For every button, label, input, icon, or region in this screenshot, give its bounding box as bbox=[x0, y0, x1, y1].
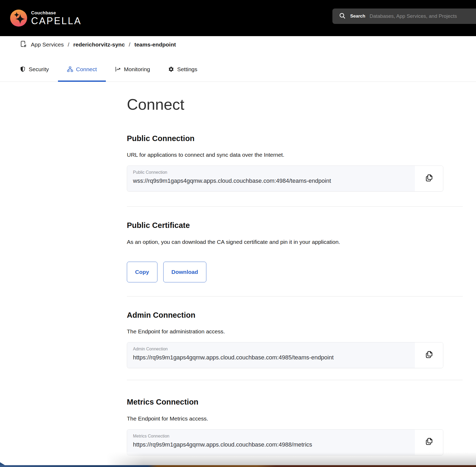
admin-connection-field[interactable]: Admin Connection https://rq9s9m1gaps4gqm… bbox=[127, 342, 415, 368]
public-certificate-description: As an option, you can download the CA si… bbox=[127, 239, 463, 245]
tab-label: Monitoring bbox=[124, 66, 150, 73]
gear-icon bbox=[168, 66, 174, 72]
brand-capella: CAPELLA bbox=[31, 16, 82, 26]
capella-sparkle-logo-icon bbox=[10, 10, 27, 27]
public-connection-url: wss://rq9s9m1gaps4gqmw.apps.cloud.couchb… bbox=[133, 177, 415, 184]
metrics-connection-description: The Endpoint for Metrics access. bbox=[127, 415, 463, 422]
sitemap-icon bbox=[67, 66, 73, 72]
brand-logo[interactable]: Couchbase CAPELLA bbox=[10, 10, 82, 27]
app-header: Couchbase CAPELLA Search Databases, App … bbox=[0, 0, 476, 36]
search-placeholder: Databases, App Services, and Projects bbox=[370, 13, 457, 19]
field-label: Public Connection bbox=[133, 170, 415, 175]
app-services-icon bbox=[19, 40, 27, 49]
background-window-corner bbox=[0, 462, 5, 465]
field-label: Metrics Connection bbox=[133, 434, 415, 439]
copy-metrics-connection-button[interactable] bbox=[415, 430, 443, 455]
copy-icon bbox=[425, 437, 433, 447]
breadcrumb-endpoint-name[interactable]: teams-endpoint bbox=[134, 41, 176, 48]
copy-icon bbox=[425, 350, 433, 360]
tab-security[interactable]: Security bbox=[11, 53, 58, 82]
download-certificate-button[interactable]: Download bbox=[163, 262, 206, 282]
metrics-connection-field[interactable]: Metrics Connection https://rq9s9m1gaps4g… bbox=[127, 430, 415, 455]
brand-text: Couchbase CAPELLA bbox=[31, 10, 82, 26]
admin-connection-field-card: Admin Connection https://rq9s9m1gaps4gqm… bbox=[127, 342, 443, 368]
connect-page: Connect Public Connection URL for applic… bbox=[0, 96, 476, 455]
breadcrumb: App Services / rederichorvitz-sync / tea… bbox=[0, 36, 476, 53]
field-label: Admin Connection bbox=[133, 347, 415, 351]
tab-label: Security bbox=[29, 66, 49, 73]
background-window-edge bbox=[0, 465, 476, 467]
page-title: Connect bbox=[127, 96, 463, 113]
breadcrumb-app-service-name[interactable]: rederichorvitz-sync bbox=[73, 41, 125, 48]
endpoint-tabs: Security Connect Monitoring bbox=[0, 53, 476, 82]
tab-monitoring[interactable]: Monitoring bbox=[106, 53, 159, 82]
metrics-connection-title: Metrics Connection bbox=[127, 398, 463, 406]
admin-connection-title: Admin Connection bbox=[127, 311, 463, 320]
tab-connect[interactable]: Connect bbox=[58, 53, 106, 82]
search-icon bbox=[339, 12, 346, 20]
global-search-input[interactable]: Search Databases, App Services, and Proj… bbox=[332, 9, 476, 24]
admin-connection-url: https://rq9s9m1gaps4gqmw.apps.cloud.couc… bbox=[133, 354, 415, 361]
breadcrumb-app-services[interactable]: App Services bbox=[31, 41, 64, 48]
section-divider bbox=[127, 206, 463, 207]
public-connection-field[interactable]: Public Connection wss://rq9s9m1gaps4gqmw… bbox=[127, 166, 415, 191]
section-divider bbox=[127, 296, 463, 296]
tab-label: Connect bbox=[76, 66, 97, 73]
copy-public-connection-button[interactable] bbox=[415, 166, 443, 191]
section-divider bbox=[127, 380, 463, 380]
search-label: Search bbox=[350, 14, 365, 19]
line-chart-icon bbox=[115, 66, 121, 72]
brand-couchbase: Couchbase bbox=[31, 10, 82, 16]
tab-settings[interactable]: Settings bbox=[159, 53, 206, 82]
copy-icon bbox=[425, 173, 433, 184]
metrics-connection-field-card: Metrics Connection https://rq9s9m1gaps4g… bbox=[127, 429, 443, 455]
copy-certificate-button[interactable]: Copy bbox=[127, 262, 157, 282]
metrics-connection-url: https://rq9s9m1gaps4gqmw.apps.cloud.couc… bbox=[133, 441, 415, 448]
tab-label: Settings bbox=[177, 66, 197, 73]
breadcrumb-separator: / bbox=[68, 41, 69, 48]
certificate-actions: Copy Download bbox=[127, 262, 463, 282]
shield-icon bbox=[20, 66, 26, 72]
admin-connection-description: The Endpoint for administration access. bbox=[127, 328, 463, 335]
copy-admin-connection-button[interactable] bbox=[415, 342, 443, 368]
public-connection-title: Public Connection bbox=[127, 134, 463, 143]
public-connection-field-card: Public Connection wss://rq9s9m1gaps4gqmw… bbox=[127, 165, 443, 192]
breadcrumb-separator: / bbox=[129, 41, 130, 48]
public-connection-description: URL for applications to connect and sync… bbox=[127, 151, 463, 158]
public-certificate-title: Public Certificate bbox=[127, 221, 463, 230]
